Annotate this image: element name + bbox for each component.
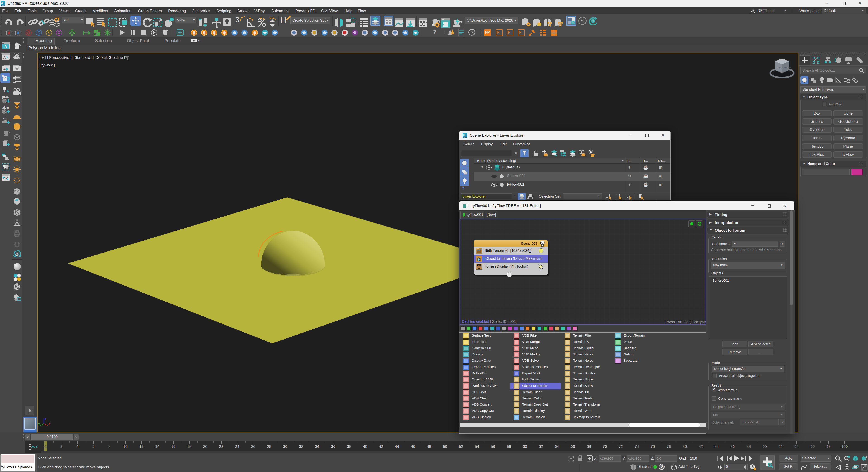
svg-text:A: A: [3, 67, 6, 71]
svg-text:FRONT: FRONT: [784, 67, 791, 69]
svg-text:LEFT: LEFT: [778, 67, 783, 69]
svg-text:A: A: [4, 44, 7, 49]
svg-text:y: y: [38, 422, 40, 426]
svg-text:x: x: [49, 422, 50, 425]
svg-text:z: z: [45, 417, 46, 420]
svg-text:A: A: [6, 89, 9, 93]
svg-text:A: A: [3, 56, 6, 60]
